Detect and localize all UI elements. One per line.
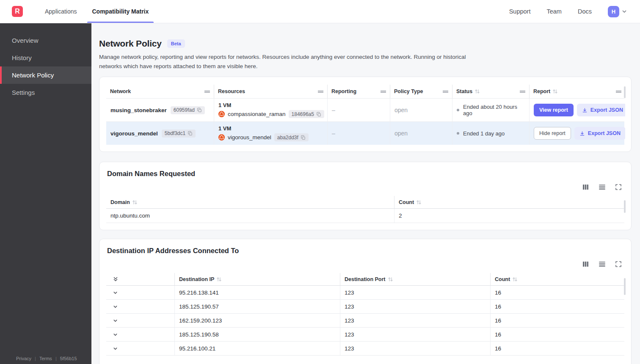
rows-icon[interactable]: [599, 184, 606, 190]
destination-row[interactable]: 185.125.190.58 123 16: [106, 328, 624, 342]
col-header-domain[interactable]: Domain: [106, 196, 394, 208]
copy-icon[interactable]: [188, 131, 193, 136]
resize-handle-icon[interactable]: [381, 91, 386, 93]
nav-link-team[interactable]: Team: [546, 8, 561, 15]
count-cell: 16: [490, 328, 625, 341]
sort-arrows-icon[interactable]: [216, 277, 222, 282]
user-menu[interactable]: H: [608, 6, 627, 17]
tab-applications[interactable]: Applications: [37, 0, 85, 23]
chevron-down-icon[interactable]: [110, 346, 118, 351]
chevron-down-icon[interactable]: [110, 304, 118, 309]
export-json-button[interactable]: Export JSON: [574, 127, 625, 140]
terms-link[interactable]: Terms: [39, 356, 52, 361]
resize-handle-icon[interactable]: [520, 91, 525, 93]
sort-arrows-icon[interactable]: [512, 277, 518, 282]
sidebar-item-history[interactable]: History: [0, 49, 91, 66]
domains-table: Domain Count ntp.ubuntu.com 2: [106, 196, 624, 223]
columns-icon[interactable]: [582, 184, 589, 190]
scrollbar-thumb[interactable]: [624, 278, 626, 295]
resize-handle-icon[interactable]: [443, 91, 448, 93]
sort-arrows-icon[interactable]: [416, 200, 422, 205]
download-icon: [582, 108, 588, 113]
expand-icon[interactable]: [615, 261, 622, 267]
col-header-reporting[interactable]: Reporting: [328, 85, 390, 98]
app-logo[interactable]: R: [12, 6, 23, 17]
scrollbar-thumb[interactable]: [624, 86, 626, 98]
destinations-table: Destination IP Destination Port Count: [106, 273, 624, 356]
networks-table: Network Resources Reporting Policy Type: [106, 85, 624, 145]
status-cell: Ended 1 day ago: [452, 122, 530, 145]
col-header-network[interactable]: Network: [106, 85, 214, 98]
destination-row[interactable]: 95.216.100.21 123 16: [106, 342, 624, 356]
destination-row[interactable]: 95.216.138.141 123 16: [106, 286, 624, 300]
report-cell: View report Export JSON: [530, 99, 625, 121]
reporting-cell: –: [328, 99, 390, 121]
ip-cell: 185.125.190.58: [174, 328, 340, 341]
network-id-badge: 5bdf3dc1: [162, 130, 196, 138]
resize-handle-icon[interactable]: [318, 91, 323, 93]
table-toolbar: [106, 184, 622, 190]
resize-handle-icon[interactable]: [204, 91, 210, 93]
dot-icon: [457, 132, 459, 135]
sort-arrows-icon[interactable]: [552, 89, 558, 94]
col-header-destination-port[interactable]: Destination Port: [340, 273, 490, 285]
sidebar-item-settings[interactable]: Settings: [0, 84, 91, 101]
port-cell: 123: [340, 300, 490, 313]
tab-compatibility-matrix[interactable]: Compatibility Matrix: [85, 0, 157, 23]
sort-arrows-icon[interactable]: [388, 277, 393, 282]
scrollbar-thumb[interactable]: [624, 200, 626, 213]
sidebar-item-overview[interactable]: Overview: [0, 32, 91, 49]
col-header-destination-ip[interactable]: Destination IP: [174, 273, 340, 285]
ubuntu-logo-icon: [218, 134, 225, 141]
table-toolbar: [106, 261, 622, 267]
expand-icon[interactable]: [615, 184, 622, 190]
col-header-count[interactable]: Count: [394, 196, 625, 208]
ubuntu-logo-icon: [218, 111, 225, 117]
top-navbar: R Applications Compatibility Matrix Supp…: [0, 0, 640, 23]
destinations-table-header: Destination IP Destination Port Count: [106, 273, 624, 286]
double-chevron-down-icon[interactable]: [110, 276, 119, 282]
ip-cell: 185.125.190.57: [174, 300, 340, 313]
chevron-down-icon[interactable]: [110, 290, 118, 295]
port-cell: 123: [340, 342, 490, 355]
domains-table-header: Domain Count: [106, 196, 624, 209]
chevron-down-icon: [621, 8, 627, 14]
sidebar: Overview History Network Policy Settings…: [0, 23, 91, 364]
view-report-button[interactable]: View report: [534, 104, 574, 116]
col-header-report[interactable]: Report: [530, 85, 625, 98]
chevron-down-icon[interactable]: [110, 332, 118, 337]
nav-link-docs[interactable]: Docs: [578, 8, 592, 15]
copy-icon[interactable]: [316, 112, 321, 117]
col-header-count[interactable]: Count: [490, 273, 625, 285]
hide-report-button[interactable]: Hide report: [534, 127, 571, 140]
col-header-policy-type[interactable]: Policy Type: [390, 85, 452, 98]
domain-row[interactable]: ntp.ubuntu.com 2: [106, 209, 624, 223]
chevron-down-icon[interactable]: [110, 318, 118, 323]
columns-icon[interactable]: [582, 261, 589, 267]
avatar[interactable]: H: [608, 6, 619, 17]
section-title-destinations: Destination IP Addresses Connected To: [106, 246, 624, 255]
network-row[interactable]: musing_stonebraker 60959fad 1 VM: [106, 98, 624, 121]
ip-cell: 162.159.200.123: [174, 314, 340, 327]
count-cell: 16: [490, 286, 625, 299]
resize-handle-icon[interactable]: [616, 91, 621, 93]
page-description: Manage network policy, reporting and vie…: [99, 52, 474, 71]
export-json-button[interactable]: Export JSON: [577, 104, 625, 116]
beta-badge: Beta: [167, 39, 185, 48]
count-cell: 16: [490, 342, 625, 355]
col-header-status[interactable]: Status: [452, 85, 530, 98]
build-version: 5f56b15: [60, 356, 77, 361]
copy-icon[interactable]: [197, 108, 202, 113]
rows-icon[interactable]: [599, 261, 606, 267]
sidebar-item-network-policy[interactable]: Network Policy: [0, 66, 91, 84]
destination-row[interactable]: 185.125.190.57 123 16: [106, 300, 624, 314]
sort-arrows-icon[interactable]: [132, 200, 138, 205]
sort-arrows-icon[interactable]: [474, 89, 480, 94]
policy-type-cell: open: [390, 99, 452, 121]
col-header-resources[interactable]: Resources: [214, 85, 328, 98]
destination-row[interactable]: 162.159.200.123 123 16: [106, 314, 624, 328]
privacy-link[interactable]: Privacy: [16, 356, 31, 361]
network-row[interactable]: vigorous_mendel 5bdf3dc1 1 VM: [106, 121, 624, 145]
copy-icon[interactable]: [301, 135, 306, 140]
nav-link-support[interactable]: Support: [509, 8, 531, 15]
